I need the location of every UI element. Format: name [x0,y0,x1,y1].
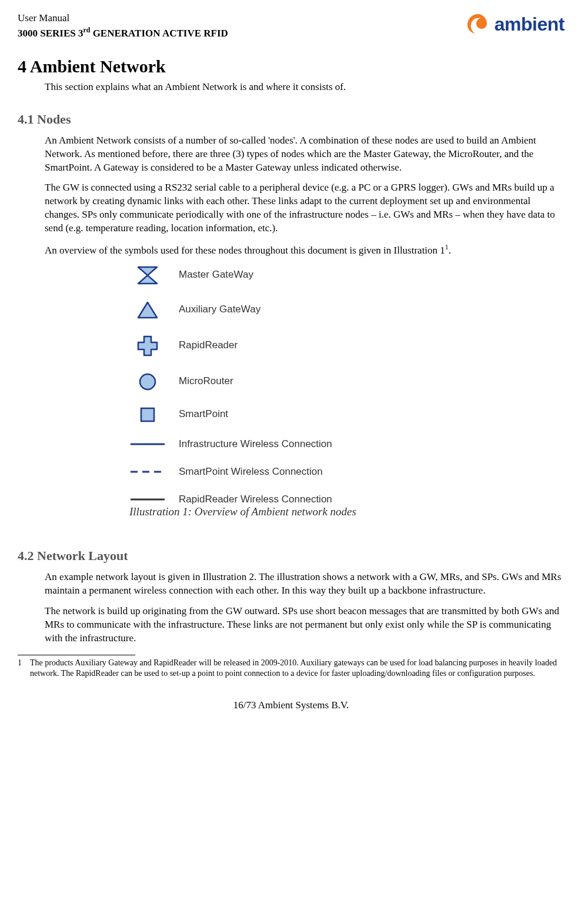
title-prefix: 3000 SERIES 3 [18,28,83,39]
section-4-2-p2: The network is build up originating from… [45,605,564,645]
section-4-intro: This section explains what an Ambient Ne… [45,81,564,94]
doc-title: 3000 SERIES 3rd GENERATION ACTIVE RFID [18,25,228,41]
footnote-number: 1 [18,658,22,679]
legend-label: Auxiliary GateWay [179,303,260,316]
p3-prefix: An overview of the symbols used for thes… [45,245,445,256]
header-titles: User Manual 3000 SERIES 3rd GENERATION A… [18,12,228,41]
footnote-rule [18,655,135,655]
section-4-1-p3: An overview of the symbols used for thes… [45,242,564,258]
page-footer: 16/73 Ambient Systems B.V. [18,699,564,712]
legend-row-infra-connection: Infrastructure Wireless Connection [129,438,564,451]
logo-swirl-icon [465,12,491,38]
legend-row-smartpoint: SmartPoint [129,406,564,424]
master-gateway-icon [129,265,166,286]
smartpoint-icon [129,406,166,424]
smartpoint-connection-icon [129,469,166,475]
svg-point-0 [140,374,155,389]
legend-row-microrouter: MicroRouter [129,372,564,392]
microrouter-icon [129,372,166,392]
ordinal-suffix: rd [83,26,90,34]
rapidreader-connection-icon [129,497,166,502]
legend-row-smartpoint-connection: SmartPoint Wireless Connection [129,465,564,479]
auxiliary-gateway-icon [129,300,166,320]
illustration-caption: Illustration 1: Overview of Ambient netw… [129,504,365,519]
legend-label: SmartPoint Wireless Connection [179,465,323,479]
legend-row-rapidreader: RapidReader [129,334,564,358]
illustration-1: Master GateWay Auxiliary GateWay RapidRe… [129,265,564,519]
legend-label: SmartPoint [179,408,228,421]
legend-row-master-gateway: Master GateWay [129,265,564,286]
doc-type: User Manual [18,12,228,25]
footnote-1: 1 The products Auxiliary Gateway and Rap… [18,658,564,679]
logo: ambient [465,12,564,38]
svg-rect-1 [141,408,154,421]
p3-suffix: . [449,245,451,256]
section-4-1-p1: An Ambient Network consists of a number … [45,134,564,175]
infra-connection-icon [129,441,166,447]
heading-section-4: 4 Ambient Network [18,55,564,79]
legend-label: RapidReader [179,339,238,352]
legend-label: Master GateWay [179,268,253,282]
section-4-1-p2: The GW is connected using a RS232 serial… [45,181,564,235]
section-4-2-p1: An example network layout is given in Il… [45,571,564,598]
legend-label: Infrastructure Wireless Connection [179,438,332,451]
heading-section-4-2: 4.2 Network Layout [18,547,564,565]
rapidreader-icon [129,334,166,358]
heading-section-4-1: 4.1 Nodes [18,111,564,128]
title-suffix: GENERATION ACTIVE RFID [90,28,228,39]
legend-row-auxiliary-gateway: Auxiliary GateWay [129,300,564,320]
page-header: User Manual 3000 SERIES 3rd GENERATION A… [18,12,564,41]
logo-text: ambient [495,12,564,37]
footnote-text: The products Auxiliary Gateway and Rapid… [30,658,564,679]
legend-label: MicroRouter [179,375,233,388]
